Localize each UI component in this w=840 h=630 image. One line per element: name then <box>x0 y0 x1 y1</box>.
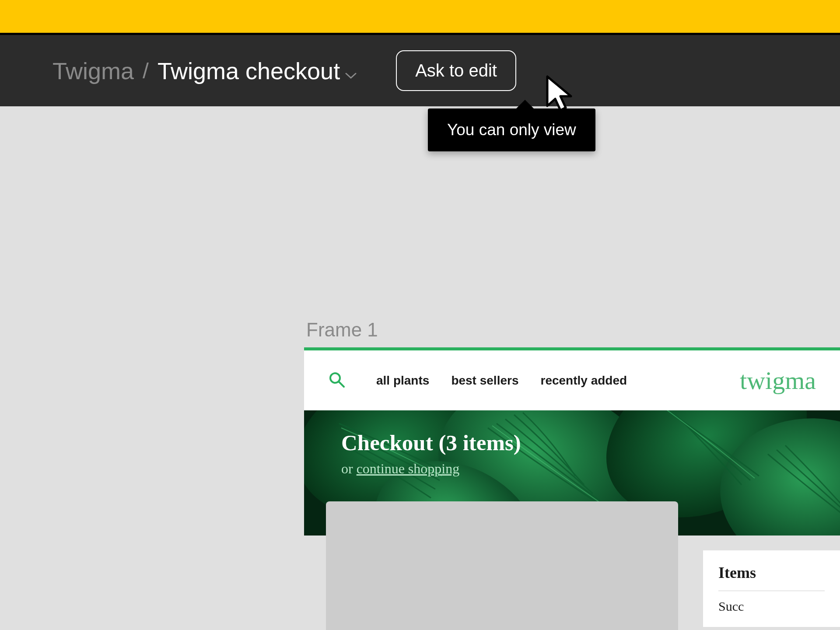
breadcrumb-current-label: Twigma checkout <box>158 57 340 84</box>
breadcrumb-current[interactable]: Twigma checkout <box>158 57 357 84</box>
items-heading: Items <box>718 564 825 591</box>
nav-item-recently-added[interactable]: recently added <box>540 374 627 388</box>
frame-label[interactable]: Frame 1 <box>306 319 378 341</box>
ask-to-edit-button[interactable]: Ask to edit <box>396 50 516 91</box>
chevron-down-icon[interactable] <box>345 57 357 84</box>
cursor-icon <box>544 74 579 118</box>
nav-items: all plants best sellers recently added <box>376 374 627 388</box>
site-header: all plants best sellers recently added t… <box>304 350 840 410</box>
subtitle-prefix: or <box>341 461 357 476</box>
item-row: Succ <box>718 599 825 614</box>
app-toolbar: Twigma / Twigma checkout Ask to edit <box>0 35 840 106</box>
product-card-placeholder <box>326 501 678 630</box>
brand-logo[interactable]: twigma <box>740 366 816 395</box>
hero-subtitle: or continue shopping <box>341 461 521 477</box>
design-frame[interactable]: all plants best sellers recently added t… <box>304 347 840 536</box>
breadcrumb: Twigma / Twigma checkout <box>52 57 357 84</box>
nav-item-all-plants[interactable]: all plants <box>376 374 429 388</box>
notification-bar <box>0 0 840 33</box>
breadcrumb-separator: / <box>143 58 149 84</box>
breadcrumb-parent[interactable]: Twigma <box>52 57 134 84</box>
continue-shopping-link[interactable]: continue shopping <box>357 461 460 476</box>
checkout-title: Checkout (3 items) <box>341 430 521 455</box>
search-icon[interactable] <box>328 371 346 390</box>
hero-content: Checkout (3 items) or continue shopping <box>341 430 521 477</box>
logo-text: twigma <box>740 366 816 395</box>
order-summary-panel: Items Succ <box>703 550 840 627</box>
nav-item-best-sellers[interactable]: best sellers <box>451 374 518 388</box>
hero-banner: Checkout (3 items) or continue shopping … <box>304 410 840 536</box>
svg-line-1 <box>339 382 344 387</box>
canvas[interactable]: Frame 1 all plants best sellers recently… <box>0 106 840 630</box>
